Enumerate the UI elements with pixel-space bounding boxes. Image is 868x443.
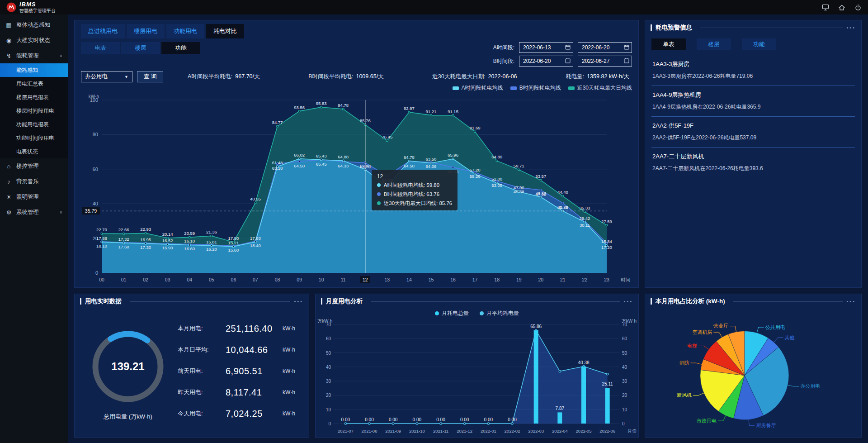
sidebar-subitem-4[interactable]: 功能用电报表 bbox=[0, 118, 68, 131]
svg-text:0: 0 bbox=[95, 270, 98, 276]
topbar: iBMS 智慧楼宇管理平台 bbox=[0, 0, 868, 14]
pie-chart-host[interactable]: 公共用电其他办公用电厨房餐厅市政用电新风机消防电梯空调机房营业厅 bbox=[645, 309, 861, 437]
svg-text:10: 10 bbox=[319, 277, 324, 282]
sidebar-item-label: 能耗管理 bbox=[16, 52, 39, 60]
monthly-legend-item-1[interactable]: 月平均耗电量 bbox=[480, 310, 519, 317]
category-select[interactable]: 办公用电 ▼ bbox=[81, 71, 132, 82]
svg-text:64.80: 64.80 bbox=[491, 154, 502, 159]
power-icon[interactable] bbox=[854, 4, 862, 11]
chevron-down-icon: ∨ bbox=[59, 210, 62, 214]
svg-text:53.57: 53.57 bbox=[535, 174, 546, 179]
svg-text:0.00: 0.00 bbox=[389, 417, 398, 422]
sidebar-item-4[interactable]: ♪背景音乐 bbox=[0, 174, 68, 189]
sub-tab-0[interactable]: 电表 bbox=[81, 42, 120, 54]
main-tab-3[interactable]: 耗电对比 bbox=[206, 24, 244, 38]
alert-tab-2[interactable]: 功能 bbox=[742, 38, 776, 50]
svg-text:65.96: 65.96 bbox=[448, 152, 458, 157]
main-tab-1[interactable]: 楼层用电 bbox=[127, 24, 165, 38]
logo-icon bbox=[6, 2, 16, 12]
sub-tab-1[interactable]: 楼层 bbox=[121, 42, 160, 54]
lighting-icon: ☀ bbox=[5, 194, 12, 200]
sidebar-subitem-6[interactable]: 电表状态 bbox=[0, 145, 68, 158]
monitor-icon[interactable] bbox=[822, 4, 829, 11]
realtime-row-value: 251,116.40 bbox=[219, 324, 283, 334]
realtime-row-unit: kW·h bbox=[283, 325, 304, 332]
sidebar-subitem-2[interactable]: 楼层用电报表 bbox=[0, 91, 68, 104]
svg-text:60: 60 bbox=[622, 336, 627, 341]
gauge-chart-host: 139.21 bbox=[83, 321, 173, 412]
svg-text:0.00: 0.00 bbox=[365, 417, 374, 422]
realtime-row-unit: kW·h bbox=[283, 347, 304, 353]
monthly-legend-item-0[interactable]: 月耗电总量 bbox=[435, 310, 469, 317]
sidebar-item-2[interactable]: ↯能耗管理∧ bbox=[0, 48, 68, 63]
sidebar-subitem-0[interactable]: 能耗感知 bbox=[0, 63, 68, 77]
main-tab-0[interactable]: 总进线用电 bbox=[81, 24, 125, 38]
sidebar-subitem-3[interactable]: 楼层时间段用电 bbox=[0, 104, 68, 118]
alert-tab-1[interactable]: 楼层 bbox=[697, 38, 731, 50]
alert-item-3[interactable]: 2AA7-二十层新风机2AA7-二十层新风机在2022-06-26耗电量393.… bbox=[651, 148, 855, 178]
svg-text:电梯: 电梯 bbox=[687, 343, 697, 348]
alert-item-1[interactable]: 1AA4-9层换热机房1AA4-9层换热机房在2022-06-26耗电量365.… bbox=[651, 86, 855, 117]
realtime-row-unit: kW·h bbox=[283, 368, 304, 374]
query-button[interactable]: 查 询 bbox=[137, 71, 163, 82]
period-a-label: A时间段: bbox=[493, 44, 514, 52]
realtime-body: 139.21 总用电量 (万kW·h) 本月用电:251,116.40kW·h本… bbox=[75, 309, 309, 437]
svg-text:04: 04 bbox=[187, 277, 192, 282]
alert-tab-0[interactable]: 单表 bbox=[651, 38, 686, 50]
svg-text:64.06: 64.06 bbox=[426, 164, 437, 169]
realtime-panel: 用电实时数据 ••• 139.21 总用电量 (万kW·h) 本月用电:251,… bbox=[74, 294, 309, 438]
svg-text:91.21: 91.21 bbox=[426, 109, 437, 114]
realtime-row-3: 昨天用电:8,117.41kW·h bbox=[178, 382, 304, 403]
sidebar-item-6[interactable]: ⚙系统管理∨ bbox=[0, 205, 68, 220]
sidebar-item-0[interactable]: ▦整体动态感知 bbox=[0, 17, 68, 33]
svg-text:40: 40 bbox=[622, 365, 627, 370]
svg-text:94.78: 94.78 bbox=[338, 103, 349, 108]
svg-text:0.00: 0.00 bbox=[460, 417, 469, 422]
sidebar-item-1[interactable]: ◉大楼实时状态 bbox=[0, 33, 68, 48]
home-icon[interactable] bbox=[838, 4, 845, 11]
svg-text:40.55: 40.55 bbox=[250, 196, 261, 201]
sidebar-item-5[interactable]: ☀照明管理 bbox=[0, 189, 68, 205]
period-b-end-input[interactable] bbox=[578, 56, 632, 67]
period-a-end-input[interactable] bbox=[578, 42, 632, 53]
sub-tab-2[interactable]: 功能 bbox=[161, 42, 200, 54]
svg-text:03: 03 bbox=[165, 277, 170, 282]
svg-text:63.76: 63.76 bbox=[360, 164, 371, 169]
svg-text:52.00: 52.00 bbox=[491, 176, 502, 181]
header-accent bbox=[651, 24, 652, 31]
stat-max-date: 近30天耗电最大日期:2022-06-06 bbox=[432, 73, 517, 81]
svg-text:53.05: 53.05 bbox=[491, 183, 502, 188]
compare-chart-host[interactable]: 020406080100kW·h000102030405060708091011… bbox=[81, 93, 632, 285]
svg-text:kW·h: kW·h bbox=[89, 94, 99, 99]
svg-text:2021-12: 2021-12 bbox=[457, 429, 472, 433]
monthly-chart-host[interactable]: 001010202030304040505060607070万kW·h万kW·h… bbox=[316, 317, 638, 437]
realtime-row-2: 前天用电:6,905.51kW·h bbox=[178, 361, 304, 382]
period-a-start-input[interactable] bbox=[519, 42, 573, 53]
svg-text:07: 07 bbox=[253, 277, 258, 282]
period-a-row: A时间段: bbox=[493, 42, 632, 53]
legend-item-0[interactable]: A时间段耗电均线 bbox=[453, 84, 503, 92]
period-b-start-input[interactable] bbox=[519, 56, 573, 67]
sidebar-subitem-1[interactable]: 用电汇总表 bbox=[0, 77, 68, 91]
svg-text:25.11: 25.11 bbox=[602, 381, 613, 386]
svg-text:2021-09: 2021-09 bbox=[385, 429, 401, 433]
legend-item-2[interactable]: 近30天耗电最大日均线 bbox=[568, 84, 632, 92]
category-select-value: 办公用电 bbox=[85, 73, 108, 81]
svg-text:18.40: 18.40 bbox=[250, 243, 261, 248]
svg-text:20: 20 bbox=[622, 393, 627, 398]
svg-text:30.11: 30.11 bbox=[580, 223, 590, 228]
realtime-row-value: 7,024.25 bbox=[219, 409, 283, 419]
legend-swatch bbox=[453, 86, 459, 90]
sidebar-item-3[interactable]: ⌂楼控管理 bbox=[0, 158, 68, 174]
svg-text:40.38: 40.38 bbox=[578, 360, 589, 365]
main-tab-2[interactable]: 功能用电 bbox=[166, 24, 204, 38]
legend-item-1[interactable]: B时间段耗电均线 bbox=[510, 84, 561, 92]
svg-text:0: 0 bbox=[328, 421, 331, 426]
gauge-wrap: 139.21 总用电量 (万kW·h) bbox=[81, 321, 175, 421]
realtime-panel-header: 用电实时数据 ••• bbox=[75, 294, 309, 309]
svg-text:17.30: 17.30 bbox=[140, 245, 151, 250]
svg-text:20.14: 20.14 bbox=[162, 232, 173, 237]
sidebar-subitem-5[interactable]: 功能时间段用电 bbox=[0, 131, 68, 145]
alert-item-2[interactable]: 2AA2-供5F-19F2AA2-供5F-19F在2022-06-26耗电量53… bbox=[651, 117, 855, 148]
alert-item-0[interactable]: 1AA3-3层厨房1AA3-3层厨房在2022-06-26耗电量719.06 bbox=[651, 55, 855, 86]
